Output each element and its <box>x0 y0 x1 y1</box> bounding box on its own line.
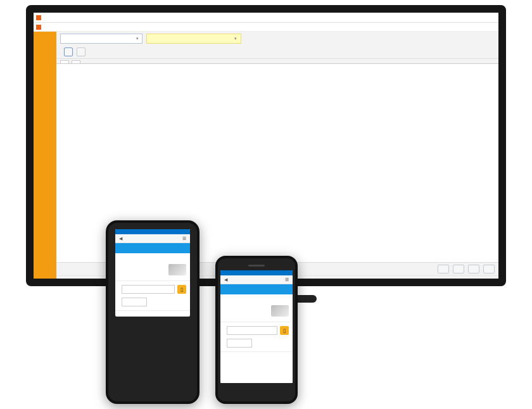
btn-close[interactable] <box>483 265 495 274</box>
chevron-down-icon: ▾ <box>136 36 139 41</box>
menu-icon[interactable]: ☰ <box>285 277 289 282</box>
chevron-down-icon: ▾ <box>234 36 237 41</box>
btn-by-item[interactable] <box>438 265 449 274</box>
mobile-title <box>220 284 293 294</box>
user-select[interactable]: ▾ <box>146 34 241 44</box>
mobile-title <box>115 243 190 253</box>
mobile-back[interactable] <box>220 379 256 383</box>
mobile-statusbar <box>115 229 190 234</box>
smartphone-device: ◀☰ ▯ <box>215 256 298 404</box>
phone-screen: ◀☰ ▯ <box>220 270 293 383</box>
mobile-header: ◀☰ <box>115 234 190 243</box>
item-thumb <box>168 264 186 275</box>
app-icon-small <box>36 25 41 30</box>
mobile-header: ◀☰ <box>220 275 293 284</box>
warehouse-select[interactable]: ▾ <box>60 34 142 44</box>
app-icon <box>36 15 41 20</box>
l1-input[interactable] <box>122 285 175 294</box>
refresh-button[interactable] <box>77 47 86 56</box>
scan-icon[interactable]: ▯ <box>280 326 289 335</box>
window-titlebar <box>34 13 498 23</box>
filter-search-button[interactable] <box>64 47 73 56</box>
btn-export[interactable] <box>453 265 464 274</box>
mobile-skip[interactable] <box>153 313 190 317</box>
back-icon[interactable]: ◀ <box>119 236 122 241</box>
mobile-statusbar <box>220 270 293 275</box>
handheld-screen: ◀☰ ▯ <box>115 229 190 317</box>
qty-input[interactable] <box>227 339 252 348</box>
mobile-skip[interactable] <box>256 379 293 383</box>
qty-input[interactable] <box>122 298 147 306</box>
handheld-device: ◀☰ ▯ <box>106 220 200 404</box>
menu-icon[interactable]: ☰ <box>182 236 186 241</box>
l1-input[interactable] <box>227 326 277 335</box>
item-thumb <box>271 305 289 317</box>
menubar <box>34 23 498 32</box>
back-icon[interactable]: ◀ <box>224 277 227 282</box>
mobile-back[interactable] <box>115 313 153 317</box>
sidebar <box>34 32 56 279</box>
btn-print[interactable] <box>468 265 479 274</box>
phone-speaker <box>248 265 265 267</box>
scan-icon[interactable]: ▯ <box>177 285 186 294</box>
